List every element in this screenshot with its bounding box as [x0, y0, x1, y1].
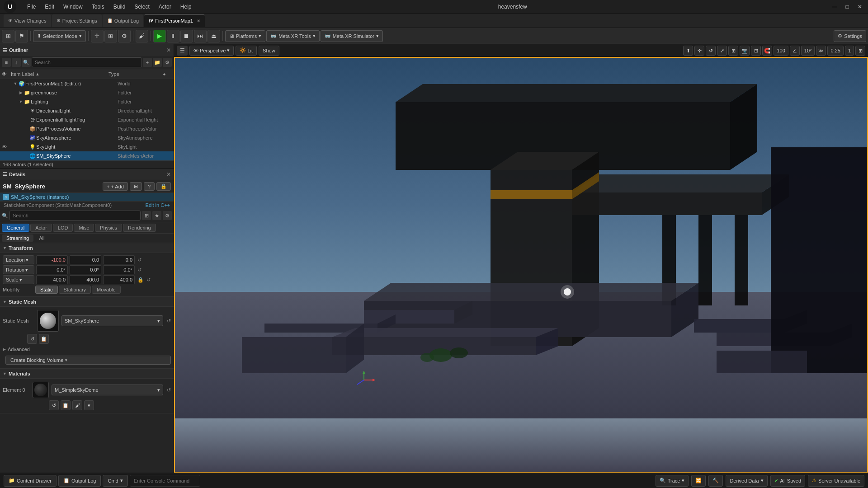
- scale-x-input[interactable]: [36, 275, 68, 284]
- outliner-filter-btn[interactable]: ≡: [2, 58, 11, 67]
- menu-select[interactable]: Select: [131, 3, 153, 11]
- tab-physics[interactable]: Physics: [95, 224, 122, 232]
- content-drawer-button[interactable]: 📁 Content Drawer: [4, 475, 57, 487]
- details-star-btn[interactable]: ★: [152, 211, 161, 220]
- all-saved-button[interactable]: ✓ All Saved: [770, 475, 805, 487]
- vp-angle-icon[interactable]: ∠: [790, 46, 800, 56]
- menu-edit[interactable]: Edit: [41, 3, 58, 11]
- pause-button[interactable]: ⏸: [167, 30, 179, 42]
- vp-speed-icon[interactable]: ≫: [816, 46, 826, 56]
- outliner-add-btn[interactable]: +: [143, 58, 152, 67]
- expand-icon[interactable]: ▶: [18, 90, 24, 95]
- location-reset-icon[interactable]: ↺: [137, 257, 142, 263]
- vp-camera-icon[interactable]: 📷: [740, 46, 750, 56]
- vp-rotate-icon[interactable]: ↺: [706, 46, 716, 56]
- col-item-label[interactable]: Item Label ▲: [11, 71, 108, 77]
- skip-button[interactable]: ⏭: [194, 30, 207, 42]
- tree-row-lighting[interactable]: ▼ 📁 Lighting Folder: [0, 97, 174, 106]
- toolbar-settings-btn[interactable]: ⚙: [118, 30, 131, 42]
- tree-row-postprocess[interactable]: 📦 PostProcessVolume PostProcessVolur: [0, 124, 174, 133]
- subtab-streaming[interactable]: Streaming: [2, 235, 33, 242]
- viewport-scene[interactable]: [174, 57, 868, 473]
- create-blocking-volume-btn[interactable]: Create Blocking Volume ▾: [5, 356, 171, 365]
- show-dropdown[interactable]: Show: [259, 46, 279, 56]
- col-options[interactable]: +: [163, 71, 172, 77]
- cmd-button[interactable]: Cmd ▾: [103, 475, 127, 487]
- scale-dropdown[interactable]: Scale ▾: [3, 275, 34, 284]
- question-button[interactable]: ?: [144, 182, 155, 191]
- details-search-input[interactable]: [9, 211, 141, 221]
- lit-dropdown[interactable]: 🔆 Lit: [236, 46, 257, 56]
- material-dropdown-btn[interactable]: ▾: [84, 400, 94, 410]
- tab-close-icon[interactable]: ✕: [197, 19, 200, 23]
- vp-count-btn[interactable]: 1: [845, 46, 854, 56]
- material-reset-icon[interactable]: ↺: [167, 387, 171, 393]
- tree-row-greenhouse[interactable]: ▶ 📁 greenhouse Folder: [0, 88, 174, 97]
- outliner-close-button[interactable]: ✕: [166, 47, 171, 53]
- outliner-search-input[interactable]: [32, 57, 142, 67]
- tree-row-fog[interactable]: 🌫 ExponentialHeightFog ExponentialHeight: [0, 115, 174, 124]
- mobility-static-btn[interactable]: Static: [35, 286, 58, 294]
- menu-help[interactable]: Help: [177, 3, 195, 11]
- expand-icon[interactable]: ▼: [13, 81, 18, 86]
- tree-row-skylight[interactable]: 👁 💡 SkyLight SkyLight: [0, 142, 174, 151]
- scale-reset-icon[interactable]: ↺: [146, 277, 151, 283]
- menu-file[interactable]: File: [24, 3, 39, 11]
- console-input[interactable]: [130, 475, 200, 487]
- mobility-stationary-btn[interactable]: Stationary: [59, 286, 91, 294]
- mobility-movable-btn[interactable]: Movable: [92, 286, 121, 294]
- static-mesh-section-header[interactable]: ▼ Static Mesh: [0, 297, 174, 307]
- tab-rendering[interactable]: Rendering: [123, 224, 156, 232]
- tab-misc[interactable]: Misc: [74, 224, 94, 232]
- tab-general[interactable]: General: [2, 224, 29, 232]
- viewport-menu-btn[interactable]: ☰: [177, 46, 188, 56]
- materials-section-header[interactable]: ▼ Materials: [0, 369, 174, 379]
- expand-icon[interactable]: ▼: [18, 99, 24, 104]
- instance-row[interactable]: S SM_SkySphere (Instance): [0, 193, 174, 202]
- lock-scale-icon[interactable]: 🔒: [137, 277, 144, 283]
- vp-scale-icon[interactable]: ⤢: [717, 46, 727, 56]
- vp-move-icon[interactable]: ✛: [694, 46, 704, 56]
- toolbar-move-btn[interactable]: ✛: [91, 30, 104, 42]
- tree-row-directionallight[interactable]: ☀ DirectionalLight DirectionalLight: [0, 106, 174, 115]
- location-y-input[interactable]: [70, 255, 101, 264]
- tab-actor[interactable]: Actor: [30, 224, 52, 232]
- menu-window[interactable]: Window: [60, 3, 86, 11]
- material-dropdown[interactable]: M_SimpleSkyDome ▾: [52, 385, 163, 395]
- details-grid-btn[interactable]: ⊞: [142, 211, 151, 220]
- advanced-header[interactable]: ▶ Advanced: [0, 345, 174, 354]
- perspective-dropdown[interactable]: 👁 Perspective ▾: [189, 46, 234, 56]
- material-paint-btn[interactable]: 🖌: [72, 400, 82, 410]
- mesh-browse-btn[interactable]: ↺: [27, 334, 37, 344]
- server-status-button[interactable]: ⚠ Server Unavailable: [808, 475, 864, 487]
- tab-view-changes[interactable]: 👁 View Changes: [4, 14, 51, 27]
- platforms-dropdown[interactable]: 🖥 Platforms ▾: [225, 30, 265, 42]
- menu-tools[interactable]: Tools: [88, 3, 108, 11]
- tree-row-skysphere[interactable]: 🌐 SM_SkySphere StaticMeshActor: [0, 151, 174, 160]
- outliner-options-btn[interactable]: ⚙: [163, 58, 172, 67]
- viewport[interactable]: ☰ 👁 Perspective ▾ 🔆 Lit Show ⬆ ✛ ↺ ⤢ ⊞ 📷: [174, 44, 868, 473]
- output-log-button[interactable]: 📋 Output Log: [58, 475, 101, 487]
- eject-button[interactable]: ⏏: [208, 30, 220, 42]
- settings-dropdown[interactable]: ⚙ Settings: [834, 30, 866, 42]
- menu-actor[interactable]: Actor: [155, 3, 175, 11]
- details-close-button[interactable]: ✕: [166, 171, 171, 178]
- rotation-reset-icon[interactable]: ↺: [137, 267, 142, 273]
- menu-build[interactable]: Build: [110, 3, 129, 11]
- compile-button[interactable]: 🔨: [708, 475, 723, 487]
- tab-firstpersonmap[interactable]: 🗺 FirstPersonMap1 ✕: [144, 14, 205, 27]
- outliner-folder-btn[interactable]: 📁: [153, 58, 162, 67]
- tree-row-firstpersonmap[interactable]: ▼ 🌍 FirstPersonMap1 (Editor) World: [0, 79, 174, 88]
- location-dropdown[interactable]: Location ▾: [3, 255, 34, 264]
- selection-mode-dropdown[interactable]: ⬆ Selection Mode ▾: [33, 30, 86, 42]
- vp-speed-btn[interactable]: 0.25: [827, 46, 843, 56]
- vp-snap-icon[interactable]: 🧲: [762, 46, 772, 56]
- subtab-all[interactable]: All: [34, 235, 49, 242]
- toolbar-grid-btn[interactable]: ⊞: [2, 30, 14, 42]
- tree-row-skyatmosphere[interactable]: 🌌 SkyAtmosphere SkyAtmosphere: [0, 133, 174, 142]
- rotation-dropdown[interactable]: Rotation ▾: [3, 265, 34, 274]
- lock-button[interactable]: 🔒: [156, 182, 171, 191]
- transform-section-header[interactable]: ▼ Transform: [0, 243, 174, 253]
- location-z-input[interactable]: [103, 255, 135, 264]
- vp-fov-btn[interactable]: 100: [774, 46, 788, 56]
